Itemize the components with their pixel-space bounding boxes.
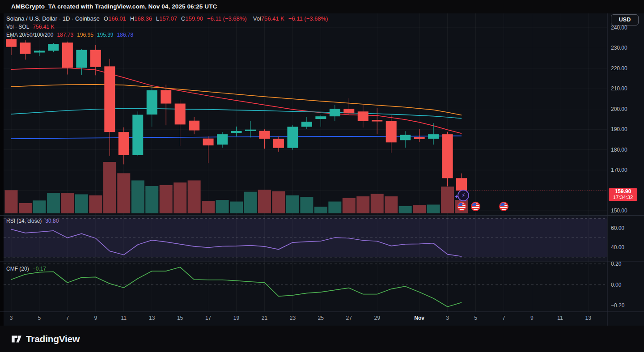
candle-body — [62, 42, 73, 68]
tradingview-logo-icon — [11, 333, 22, 345]
volume-bar — [441, 187, 454, 213]
lightning-event-icon[interactable]: ⚡ — [458, 190, 469, 201]
rsi-indicator-legend[interactable]: RSI (14, close)30.80 — [6, 218, 59, 224]
volume-bar — [117, 173, 130, 213]
candle-body — [147, 90, 157, 115]
volume-bar — [33, 200, 46, 213]
volume-bar — [328, 202, 341, 213]
change-value: −6.11 (−3.68%) — [207, 15, 247, 22]
tradingview-logo[interactable]: TradingView — [11, 333, 80, 345]
volume-bar — [131, 180, 144, 213]
flag-canton — [458, 203, 462, 206]
flag-canton — [472, 203, 476, 206]
ema-row-label: EMA 20/50/100/200 — [6, 32, 53, 38]
volume-label: Vol — [253, 15, 261, 22]
chart-canvas[interactable] — [0, 0, 644, 326]
currency-toggle-button[interactable]: USD — [611, 14, 639, 25]
candle-body — [372, 120, 382, 121]
bar-countdown: 17:34:32 — [609, 195, 637, 200]
flag-canton — [500, 203, 504, 206]
volume-bar — [230, 202, 243, 213]
volume-row-label: Vol · SOL — [6, 24, 29, 30]
volume-bar — [202, 201, 215, 213]
volume-bar — [343, 198, 356, 214]
watermark-bar: AMBCrypto_TA created with TradingView.co… — [0, 0, 644, 13]
footer-bar: TradingView — [0, 326, 644, 352]
chart-legend[interactable]: Solana / U.S. Dollar · 1D · CoinbaseO166… — [6, 15, 328, 38]
volume-bar — [145, 186, 158, 213]
ema-values: 187.73196.95195.39186.78 — [53, 32, 133, 38]
volume-bar — [427, 204, 440, 213]
low-label: L — [156, 15, 159, 22]
candle-body — [386, 121, 397, 142]
candle-body — [48, 44, 59, 51]
candle-body — [90, 50, 101, 67]
close-value: 159.90 — [185, 15, 203, 22]
open-label: O — [104, 15, 108, 22]
candle-body — [428, 134, 439, 139]
legend-main-row: Solana / U.S. Dollar · 1D · CoinbaseO166… — [6, 15, 328, 22]
candle-body — [400, 135, 411, 140]
candle-body — [358, 111, 369, 121]
candle-body — [132, 115, 143, 155]
high-label: H — [130, 15, 134, 22]
close-label: C — [181, 15, 185, 22]
volume-bar — [19, 203, 32, 213]
candle-body — [161, 90, 171, 104]
candle-body — [315, 116, 326, 119]
volume-bar — [314, 207, 327, 213]
ema-value: 187.73 — [57, 32, 73, 38]
watermark-text: AMBCrypto_TA created with TradingView.co… — [11, 3, 217, 10]
volume-bar — [413, 205, 426, 213]
us-flag-event-icon[interactable] — [471, 202, 480, 211]
volume-bar — [89, 195, 102, 213]
volume-indicator-row[interactable]: Vol · SOL756.41 K — [6, 24, 328, 30]
open-value: 166.01 — [108, 15, 126, 22]
candle-body — [20, 42, 30, 54]
volume-bar — [286, 195, 299, 213]
volume-bar — [258, 190, 271, 213]
candle-body — [245, 130, 256, 131]
candle-body — [442, 134, 453, 178]
volume-bar — [272, 191, 285, 213]
cmf-label: CMF (20) — [6, 266, 29, 272]
ema-value: 195.39 — [97, 32, 114, 38]
high-value: 168.36 — [134, 15, 152, 22]
cmf-value: −0.17 — [33, 266, 46, 272]
volume-bar — [160, 185, 173, 213]
last-price-badge: 159.90 17:34:32 — [609, 188, 637, 201]
us-flag-event-icon[interactable] — [457, 202, 466, 211]
candle-body — [287, 127, 298, 148]
volume-bar — [188, 180, 201, 213]
volume-bar — [174, 182, 186, 213]
cmf-indicator-legend[interactable]: CMF (20)−0.17 — [6, 266, 46, 272]
ema-value: 186.78 — [117, 32, 134, 38]
candle-body — [456, 178, 467, 191]
volume-bar — [5, 190, 18, 213]
low-value: 157.07 — [159, 15, 177, 22]
volume-bar — [300, 197, 313, 213]
volume-change: −6.11 (−3.68%) — [288, 15, 328, 22]
candle-body — [203, 139, 214, 145]
rsi-label: RSI (14, close) — [6, 218, 42, 224]
last-price: 159.90 — [609, 189, 637, 195]
tradingview-logo-text: TradingView — [26, 334, 80, 344]
candle-body — [330, 109, 340, 116]
volume-bar — [61, 193, 74, 213]
candle-body — [217, 134, 228, 144]
volume-value: 756.41 K — [261, 15, 284, 22]
ema-value: 196.95 — [77, 32, 93, 38]
candle-body — [104, 66, 115, 132]
volume-bar — [47, 193, 60, 213]
ema-indicator-row[interactable]: EMA 20/50/100/200187.73196.95195.39186.7… — [6, 32, 328, 38]
volume-bar — [75, 194, 88, 213]
volume-bar — [399, 206, 412, 213]
candle-body — [6, 39, 17, 47]
volume-bar — [216, 200, 229, 213]
candle-body — [175, 104, 186, 125]
candle-body — [231, 131, 242, 133]
us-flag-event-icon[interactable] — [499, 202, 508, 211]
symbol-title[interactable]: Solana / U.S. Dollar · 1D · Coinbase — [6, 15, 100, 22]
candle-body — [343, 109, 354, 113]
volume-bar — [371, 194, 384, 213]
